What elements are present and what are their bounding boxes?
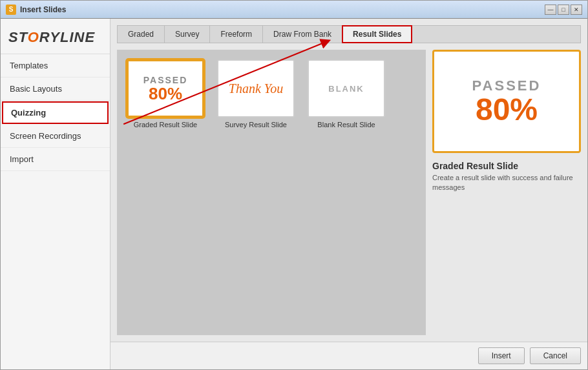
tab-graded[interactable]: Graded	[118, 26, 165, 43]
insert-button[interactable]: Insert	[478, 347, 525, 364]
slides-and-preview: PASSED 80% Graded Result Slide Thank You	[117, 50, 581, 335]
preview-title: Graded Result Slide	[432, 161, 581, 171]
title-bar-left: S Insert Slides	[6, 5, 66, 15]
title-bar-controls: — □ ✕	[545, 5, 582, 15]
main-window: S Insert Slides — □ ✕ STORYLINE Template…	[0, 0, 588, 370]
minimize-button[interactable]: —	[545, 5, 556, 15]
sidebar-item-import[interactable]: Import	[1, 148, 110, 171]
preview-description: Create a result slide with success and f…	[432, 173, 581, 193]
preview-info: Graded Result Slide Create a result slid…	[432, 158, 581, 193]
maximize-button[interactable]: □	[558, 5, 569, 15]
sidebar-item-templates[interactable]: Templates	[1, 54, 110, 77]
thankyou-thumb-content: Thank You	[218, 61, 293, 116]
sidebar: STORYLINE Templates Basic Layouts Quizzi…	[1, 19, 110, 369]
slide-item-graded-result[interactable]: PASSED 80% Graded Result Slide	[127, 59, 204, 128]
slide-thumbnail-graded[interactable]: PASSED 80%	[127, 59, 204, 118]
bottom-bar: Insert Cancel	[110, 342, 587, 369]
graded-thumb-content: PASSED 80%	[129, 61, 202, 116]
blank-thumb-content: BLANK	[309, 61, 384, 116]
sidebar-item-screen-recordings[interactable]: Screen Recordings	[1, 125, 110, 148]
tab-result-slides[interactable]: Result Slides	[342, 25, 412, 43]
preview-slide: PASSED 80%	[432, 50, 581, 153]
tab-freeform[interactable]: Freeform	[210, 26, 263, 43]
slide-item-survey-result[interactable]: Thank You Survey Result Slide	[217, 59, 295, 128]
thankyou-text: Thank You	[229, 81, 283, 96]
app-icon: S	[6, 5, 16, 15]
preview-percent-text: 80%	[476, 94, 538, 125]
sidebar-item-basic-layouts[interactable]: Basic Layouts	[1, 77, 110, 101]
tabs-bar: Graded Survey Freeform Draw From Bank Re…	[117, 25, 581, 43]
content-area: STORYLINE Templates Basic Layouts Quizzi…	[1, 19, 587, 369]
slide-thumbnail-survey[interactable]: Thank You	[217, 59, 295, 118]
app-logo: STORYLINE	[1, 19, 110, 54]
slide-label-graded: Graded Result Slide	[134, 121, 197, 128]
slide-item-blank-result[interactable]: BLANK Blank Result Slide	[308, 59, 385, 128]
close-button[interactable]: ✕	[571, 5, 582, 15]
cancel-button[interactable]: Cancel	[530, 347, 581, 364]
title-bar: S Insert Slides — □ ✕	[1, 1, 587, 19]
window-title: Insert Slides	[20, 5, 66, 14]
slide-label-blank: Blank Result Slide	[317, 121, 375, 128]
tab-draw-from-bank[interactable]: Draw From Bank	[263, 26, 342, 43]
tab-survey[interactable]: Survey	[165, 26, 210, 43]
main-panel: Graded Survey Freeform Draw From Bank Re…	[110, 19, 587, 369]
preview-panel: PASSED 80% Graded Result Slide Create a …	[432, 50, 581, 335]
sidebar-item-quizzing[interactable]: Quizzing	[2, 101, 109, 124]
graded-percent-text: 80%	[149, 85, 182, 102]
blank-text: BLANK	[328, 84, 364, 94]
slide-label-survey: Survey Result Slide	[225, 121, 287, 128]
slide-thumbnail-blank[interactable]: BLANK	[308, 59, 385, 118]
slides-grid: PASSED 80% Graded Result Slide Thank You	[117, 50, 426, 335]
